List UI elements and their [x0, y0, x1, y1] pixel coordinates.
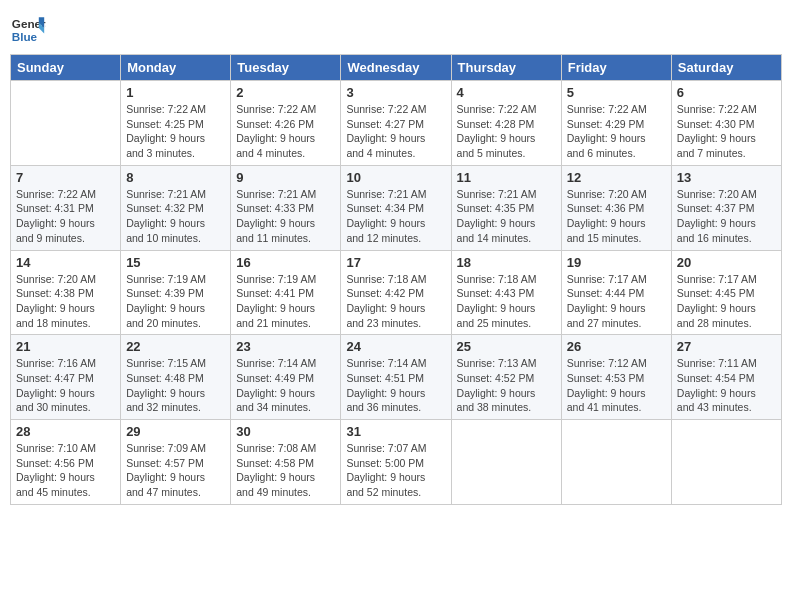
day-number: 20 [677, 255, 776, 270]
day-info: Sunrise: 7:14 AM Sunset: 4:49 PM Dayligh… [236, 356, 335, 415]
calendar-cell [451, 420, 561, 505]
day-info: Sunrise: 7:14 AM Sunset: 4:51 PM Dayligh… [346, 356, 445, 415]
calendar-table: SundayMondayTuesdayWednesdayThursdayFrid… [10, 54, 782, 505]
day-number: 22 [126, 339, 225, 354]
day-number: 9 [236, 170, 335, 185]
day-info: Sunrise: 7:22 AM Sunset: 4:25 PM Dayligh… [126, 102, 225, 161]
day-info: Sunrise: 7:15 AM Sunset: 4:48 PM Dayligh… [126, 356, 225, 415]
calendar-cell: 30Sunrise: 7:08 AM Sunset: 4:58 PM Dayli… [231, 420, 341, 505]
day-number: 1 [126, 85, 225, 100]
day-info: Sunrise: 7:22 AM Sunset: 4:27 PM Dayligh… [346, 102, 445, 161]
day-number: 11 [457, 170, 556, 185]
calendar-cell: 4Sunrise: 7:22 AM Sunset: 4:28 PM Daylig… [451, 81, 561, 166]
page-header: General Blue [10, 10, 782, 46]
calendar-week-row: 7Sunrise: 7:22 AM Sunset: 4:31 PM Daylig… [11, 165, 782, 250]
calendar-cell: 25Sunrise: 7:13 AM Sunset: 4:52 PM Dayli… [451, 335, 561, 420]
col-header-thursday: Thursday [451, 55, 561, 81]
day-info: Sunrise: 7:18 AM Sunset: 4:42 PM Dayligh… [346, 272, 445, 331]
calendar-cell [561, 420, 671, 505]
calendar-cell: 18Sunrise: 7:18 AM Sunset: 4:43 PM Dayli… [451, 250, 561, 335]
day-info: Sunrise: 7:22 AM Sunset: 4:29 PM Dayligh… [567, 102, 666, 161]
logo-icon: General Blue [10, 10, 46, 46]
day-number: 27 [677, 339, 776, 354]
day-number: 21 [16, 339, 115, 354]
day-number: 5 [567, 85, 666, 100]
calendar-cell: 16Sunrise: 7:19 AM Sunset: 4:41 PM Dayli… [231, 250, 341, 335]
day-info: Sunrise: 7:07 AM Sunset: 5:00 PM Dayligh… [346, 441, 445, 500]
day-number: 6 [677, 85, 776, 100]
logo: General Blue [10, 10, 46, 46]
day-number: 17 [346, 255, 445, 270]
day-info: Sunrise: 7:22 AM Sunset: 4:31 PM Dayligh… [16, 187, 115, 246]
day-info: Sunrise: 7:10 AM Sunset: 4:56 PM Dayligh… [16, 441, 115, 500]
day-info: Sunrise: 7:18 AM Sunset: 4:43 PM Dayligh… [457, 272, 556, 331]
day-info: Sunrise: 7:17 AM Sunset: 4:45 PM Dayligh… [677, 272, 776, 331]
calendar-cell: 7Sunrise: 7:22 AM Sunset: 4:31 PM Daylig… [11, 165, 121, 250]
day-info: Sunrise: 7:20 AM Sunset: 4:36 PM Dayligh… [567, 187, 666, 246]
day-info: Sunrise: 7:08 AM Sunset: 4:58 PM Dayligh… [236, 441, 335, 500]
calendar-cell: 13Sunrise: 7:20 AM Sunset: 4:37 PM Dayli… [671, 165, 781, 250]
calendar-cell: 31Sunrise: 7:07 AM Sunset: 5:00 PM Dayli… [341, 420, 451, 505]
calendar-week-row: 1Sunrise: 7:22 AM Sunset: 4:25 PM Daylig… [11, 81, 782, 166]
day-number: 14 [16, 255, 115, 270]
col-header-tuesday: Tuesday [231, 55, 341, 81]
day-number: 12 [567, 170, 666, 185]
day-info: Sunrise: 7:21 AM Sunset: 4:34 PM Dayligh… [346, 187, 445, 246]
calendar-week-row: 21Sunrise: 7:16 AM Sunset: 4:47 PM Dayli… [11, 335, 782, 420]
day-info: Sunrise: 7:16 AM Sunset: 4:47 PM Dayligh… [16, 356, 115, 415]
day-info: Sunrise: 7:21 AM Sunset: 4:32 PM Dayligh… [126, 187, 225, 246]
day-info: Sunrise: 7:11 AM Sunset: 4:54 PM Dayligh… [677, 356, 776, 415]
day-number: 18 [457, 255, 556, 270]
day-info: Sunrise: 7:22 AM Sunset: 4:28 PM Dayligh… [457, 102, 556, 161]
day-number: 23 [236, 339, 335, 354]
day-number: 4 [457, 85, 556, 100]
day-number: 8 [126, 170, 225, 185]
calendar-cell: 21Sunrise: 7:16 AM Sunset: 4:47 PM Dayli… [11, 335, 121, 420]
col-header-sunday: Sunday [11, 55, 121, 81]
day-number: 10 [346, 170, 445, 185]
col-header-saturday: Saturday [671, 55, 781, 81]
day-info: Sunrise: 7:20 AM Sunset: 4:38 PM Dayligh… [16, 272, 115, 331]
calendar-cell: 28Sunrise: 7:10 AM Sunset: 4:56 PM Dayli… [11, 420, 121, 505]
day-info: Sunrise: 7:22 AM Sunset: 4:26 PM Dayligh… [236, 102, 335, 161]
day-number: 15 [126, 255, 225, 270]
day-number: 25 [457, 339, 556, 354]
day-number: 24 [346, 339, 445, 354]
day-number: 30 [236, 424, 335, 439]
day-info: Sunrise: 7:09 AM Sunset: 4:57 PM Dayligh… [126, 441, 225, 500]
calendar-cell: 5Sunrise: 7:22 AM Sunset: 4:29 PM Daylig… [561, 81, 671, 166]
day-number: 26 [567, 339, 666, 354]
day-number: 2 [236, 85, 335, 100]
calendar-cell: 22Sunrise: 7:15 AM Sunset: 4:48 PM Dayli… [121, 335, 231, 420]
calendar-cell: 23Sunrise: 7:14 AM Sunset: 4:49 PM Dayli… [231, 335, 341, 420]
day-info: Sunrise: 7:21 AM Sunset: 4:35 PM Dayligh… [457, 187, 556, 246]
calendar-cell: 2Sunrise: 7:22 AM Sunset: 4:26 PM Daylig… [231, 81, 341, 166]
calendar-cell: 1Sunrise: 7:22 AM Sunset: 4:25 PM Daylig… [121, 81, 231, 166]
day-number: 28 [16, 424, 115, 439]
day-info: Sunrise: 7:20 AM Sunset: 4:37 PM Dayligh… [677, 187, 776, 246]
calendar-cell: 6Sunrise: 7:22 AM Sunset: 4:30 PM Daylig… [671, 81, 781, 166]
day-info: Sunrise: 7:12 AM Sunset: 4:53 PM Dayligh… [567, 356, 666, 415]
calendar-cell: 27Sunrise: 7:11 AM Sunset: 4:54 PM Dayli… [671, 335, 781, 420]
calendar-header-row: SundayMondayTuesdayWednesdayThursdayFrid… [11, 55, 782, 81]
day-info: Sunrise: 7:21 AM Sunset: 4:33 PM Dayligh… [236, 187, 335, 246]
day-info: Sunrise: 7:22 AM Sunset: 4:30 PM Dayligh… [677, 102, 776, 161]
day-info: Sunrise: 7:19 AM Sunset: 4:41 PM Dayligh… [236, 272, 335, 331]
calendar-cell: 10Sunrise: 7:21 AM Sunset: 4:34 PM Dayli… [341, 165, 451, 250]
col-header-monday: Monday [121, 55, 231, 81]
calendar-cell: 9Sunrise: 7:21 AM Sunset: 4:33 PM Daylig… [231, 165, 341, 250]
calendar-cell: 29Sunrise: 7:09 AM Sunset: 4:57 PM Dayli… [121, 420, 231, 505]
calendar-cell: 20Sunrise: 7:17 AM Sunset: 4:45 PM Dayli… [671, 250, 781, 335]
svg-text:Blue: Blue [12, 30, 38, 43]
col-header-wednesday: Wednesday [341, 55, 451, 81]
calendar-cell [671, 420, 781, 505]
day-info: Sunrise: 7:13 AM Sunset: 4:52 PM Dayligh… [457, 356, 556, 415]
calendar-cell: 3Sunrise: 7:22 AM Sunset: 4:27 PM Daylig… [341, 81, 451, 166]
day-number: 3 [346, 85, 445, 100]
calendar-cell: 8Sunrise: 7:21 AM Sunset: 4:32 PM Daylig… [121, 165, 231, 250]
calendar-cell: 19Sunrise: 7:17 AM Sunset: 4:44 PM Dayli… [561, 250, 671, 335]
calendar-cell [11, 81, 121, 166]
day-number: 13 [677, 170, 776, 185]
calendar-cell: 17Sunrise: 7:18 AM Sunset: 4:42 PM Dayli… [341, 250, 451, 335]
calendar-week-row: 28Sunrise: 7:10 AM Sunset: 4:56 PM Dayli… [11, 420, 782, 505]
